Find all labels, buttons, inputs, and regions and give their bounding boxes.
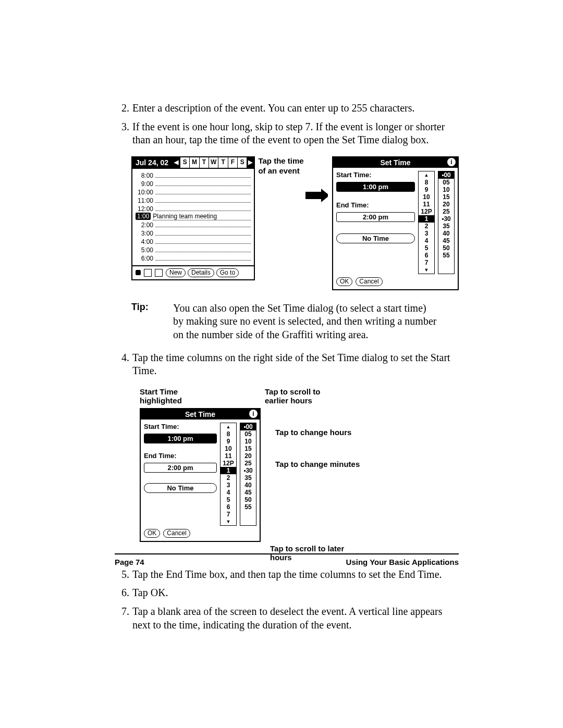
goto-button[interactable]: Go to	[216, 268, 239, 277]
end-time-field[interactable]: 2:00 pm	[336, 212, 415, 222]
view-day-icon[interactable]	[136, 270, 141, 275]
time-row[interactable]: 6:00	[136, 254, 251, 262]
no-time-button[interactable]: No Time	[336, 233, 415, 243]
day-button[interactable]: W	[209, 157, 218, 168]
view-week-icon[interactable]	[144, 269, 152, 277]
datebook-day-nav: ◀ S M T W T F S ▶	[173, 157, 254, 168]
start-time-field[interactable]: 1:00 pm	[336, 182, 415, 192]
step-text: Tap a blank area of the screen to desele…	[132, 605, 459, 632]
step-num: 5.	[115, 568, 132, 582]
page-number: Page 74	[115, 558, 144, 566]
minutes-column[interactable]: ▪00 05 10 15 20 25 ▪30 35 40 45 50 55	[438, 171, 455, 274]
step-num: 3.	[115, 120, 132, 147]
start-time-label: Start Time:	[336, 171, 415, 179]
time-row-selected[interactable]: 1:00 Planning team meeting	[136, 213, 251, 220]
scroll-down-icon[interactable]: ▼	[419, 266, 434, 274]
svg-marker-0	[305, 189, 328, 202]
callout-scroll-earlier: Tap to scroll to earlier hours	[265, 387, 343, 405]
step-text: Tap OK.	[132, 586, 459, 600]
datebook-screen: Jul 24, 02 ◀ S M T W T F S ▶ 8:00	[131, 156, 255, 280]
step-num: 6.	[115, 586, 132, 600]
start-time-field[interactable]: 1:00 pm	[144, 434, 217, 443]
cancel-button[interactable]: Cancel	[163, 529, 190, 538]
cancel-button[interactable]: Cancel	[356, 277, 382, 286]
step-text: If the event is one hour long, skip to s…	[132, 120, 459, 147]
next-arrow-icon[interactable]: ▶	[247, 157, 254, 168]
day-button[interactable]: T	[218, 157, 227, 168]
end-time-label: End Time:	[336, 201, 415, 209]
step-num: 4.	[115, 351, 132, 378]
time-row[interactable]: 3:00	[136, 229, 251, 237]
tip-label: Tip:	[131, 302, 173, 342]
time-row[interactable]: 2:00	[136, 220, 251, 229]
scroll-up-icon[interactable]: ▲	[221, 423, 236, 430]
callout-change-minutes: Tap to change minutes	[275, 460, 360, 468]
step-text: Tap the End Time box, and then tap the t…	[132, 568, 459, 582]
scroll-down-icon[interactable]: ▼	[221, 518, 236, 525]
hours-column[interactable]: ▲ 8 9 10 11 12P 1 2 3 4 5 6 7	[220, 423, 237, 526]
day-button[interactable]: S	[237, 157, 247, 168]
page-footer: Page 74 Using Your Basic Applications	[115, 553, 459, 566]
tip-block: Tip: You can also open the Set Time dial…	[131, 302, 459, 342]
end-time-label: End Time:	[144, 452, 217, 460]
figure-datebook-settime: Jul 24, 02 ◀ S M T W T F S ▶ 8:00	[131, 156, 459, 290]
figure-settime-annotated: Start Time highlighted Tap to scroll to …	[140, 387, 459, 562]
ok-button[interactable]: OK	[144, 529, 160, 538]
start-time-label: Start Time:	[144, 423, 217, 430]
time-row[interactable]: 4:00	[136, 237, 251, 245]
time-row[interactable]: 12:00	[136, 204, 251, 213]
ok-button[interactable]: OK	[336, 277, 352, 286]
hours-column[interactable]: ▲ 8 9 10 11 12P 1 2 3 4 5 6 7 ▼	[418, 171, 435, 274]
day-button[interactable]: F	[228, 157, 237, 168]
step-3: 3. If the event is one hour long, skip t…	[115, 120, 459, 147]
tip-text: You can also open the Set Time dialog (t…	[173, 302, 459, 342]
info-icon[interactable]: i	[249, 410, 258, 418]
section-title: Using Your Basic Applications	[346, 558, 459, 566]
time-row[interactable]: 9:00	[136, 179, 251, 188]
step-num: 2.	[115, 102, 132, 115]
time-row[interactable]: 8:00	[136, 171, 251, 179]
view-month-icon[interactable]	[155, 269, 163, 277]
step-num: 7.	[115, 605, 132, 632]
step-text: Enter a description of the event. You ca…	[132, 102, 459, 115]
step-2: 2. Enter a description of the event. You…	[115, 102, 459, 115]
details-button[interactable]: Details	[188, 268, 214, 277]
step-text: Tap the time columns on the right side o…	[132, 351, 459, 378]
time-row[interactable]: 11:00	[136, 196, 251, 204]
step-7: 7. Tap a blank area of the screen to des…	[115, 605, 459, 632]
time-row[interactable]: 10:00	[136, 188, 251, 196]
new-button[interactable]: New	[166, 268, 186, 277]
dialog-title: Set Time	[380, 158, 410, 167]
prev-arrow-icon[interactable]: ◀	[173, 157, 180, 168]
minutes-column[interactable]: ▪00 05 10 15 20 25 ▪30 35 40 45 50 55	[240, 423, 256, 526]
info-icon[interactable]: i	[447, 158, 456, 166]
step-6: 6. Tap OK.	[115, 586, 459, 600]
day-button[interactable]: S	[180, 157, 189, 168]
no-time-button[interactable]: No Time	[144, 483, 217, 493]
dialog-title: Set Time	[185, 410, 215, 418]
end-time-field[interactable]: 2:00 pm	[144, 463, 217, 473]
arrow-right-icon	[305, 189, 328, 202]
callout-start-highlighted: Start Time highlighted	[140, 387, 202, 405]
datebook-date: Jul 24, 02	[132, 157, 173, 168]
set-time-dialog: Set Time i Start Time: 1:00 pm End Time:…	[140, 408, 261, 542]
step-5: 5. Tap the End Time box, and then tap th…	[115, 568, 459, 582]
day-button[interactable]: T	[199, 157, 209, 168]
selected-time[interactable]: 1:00	[136, 213, 151, 220]
day-button[interactable]: M	[189, 157, 199, 168]
time-row[interactable]: 5:00	[136, 245, 251, 254]
set-time-dialog: Set Time i Start Time: 1:00 pm End Time:…	[332, 156, 459, 290]
callout-change-hours: Tap to change hours	[275, 428, 360, 437]
event-text[interactable]: Planning team meeting	[153, 213, 251, 220]
scroll-up-icon[interactable]: ▲	[419, 171, 434, 179]
step-4: 4. Tap the time columns on the right sid…	[115, 351, 459, 378]
callout-tap-time: Tap the time of an event	[255, 156, 304, 176]
